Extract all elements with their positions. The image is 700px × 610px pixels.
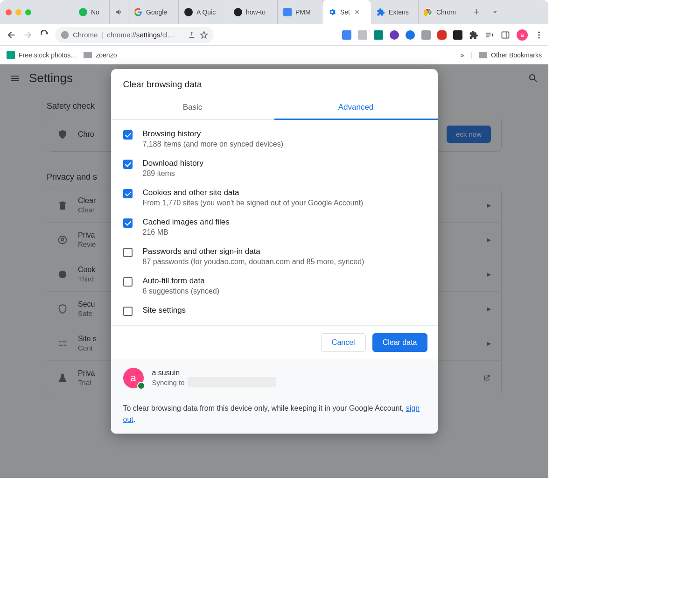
close-window-button[interactable] (6, 9, 12, 15)
tab-label: No (91, 8, 99, 16)
checkbox-title: Download history (143, 159, 203, 168)
folder-icon (479, 52, 487, 58)
settings-page: Settings Safety check Chro eck now Priva… (0, 64, 548, 478)
dark-icon (184, 8, 193, 16)
doc-icon (283, 8, 292, 16)
profile-avatar[interactable]: a (517, 29, 528, 41)
checkbox[interactable] (123, 189, 133, 198)
checkbox-row: Browsing history 7,188 items (and more o… (123, 129, 426, 148)
svg-point-2 (61, 31, 69, 39)
tab-label: Chrom (436, 8, 456, 16)
checkbox[interactable] (123, 160, 133, 169)
bookmark-zoenzo[interactable]: zoenzo (84, 51, 117, 59)
footer-text: To clear browsing data from this device … (123, 403, 426, 425)
account-name: a susuin (152, 369, 276, 377)
tab-extensions[interactable]: Extens (371, 0, 419, 24)
dialog-tabs: Basic Advanced (111, 96, 438, 120)
checkbox-row: Passwords and other sign-in data 87 pass… (123, 247, 426, 266)
ext-translate-icon[interactable] (342, 30, 351, 40)
svg-point-1 (427, 11, 429, 13)
checkbox-title: Auto-fill form data (143, 276, 220, 286)
dialog-actions: Cancel Clear data (111, 325, 438, 359)
checkbox-title: Browsing history (143, 129, 283, 139)
tab-basic[interactable]: Basic (111, 96, 274, 120)
tab-howto[interactable]: how-to (228, 0, 278, 24)
star-icon[interactable] (200, 31, 208, 39)
more-menu-icon[interactable] (534, 30, 544, 40)
browser-toolbar: Chrome | chrome://settings/cl… a (0, 24, 548, 46)
checkbox[interactable] (123, 277, 133, 287)
tab-pmm[interactable]: PMM (278, 0, 322, 24)
checkbox-subtitle: 216 MB (143, 228, 230, 237)
other-bookmarks[interactable]: Other Bookmarks (479, 51, 542, 59)
tab-aquic[interactable]: A Quic (179, 0, 228, 24)
tab-label: Google (146, 8, 167, 16)
new-tab-button[interactable]: + (467, 6, 486, 18)
reading-list-icon[interactable] (485, 30, 494, 40)
back-button[interactable] (5, 28, 18, 42)
svg-point-5 (538, 31, 539, 33)
tab-label: Extens (389, 8, 409, 16)
tab-advanced[interactable]: Advanced (274, 96, 438, 120)
minimize-window-button[interactable] (15, 9, 21, 15)
checkbox[interactable] (123, 248, 133, 257)
ext-teal-icon[interactable] (374, 30, 383, 40)
bookmark-label: zoenzo (96, 51, 117, 59)
ext-upload-icon[interactable] (358, 30, 367, 40)
traffic-lights (6, 9, 31, 15)
browser-tabs: No Google A Quic how-to PMM (73, 0, 543, 24)
tab-chrome[interactable]: Chrom (419, 0, 467, 24)
reload-button[interactable] (38, 28, 51, 42)
url-text: chrome://settings/cl… (107, 31, 174, 39)
tab-audio[interactable] (110, 0, 128, 24)
ext-blue-icon[interactable] (406, 30, 415, 40)
ext-figma-icon[interactable] (453, 30, 462, 40)
tab-label: A Quic (196, 8, 216, 16)
share-icon[interactable] (188, 31, 196, 39)
tab-settings[interactable]: Set (322, 0, 371, 24)
sound-icon (115, 8, 124, 16)
checkbox-subtitle: 87 passwords (for youdao.com, douban.com… (143, 258, 364, 266)
checkbox-subtitle: 6 suggestions (synced) (143, 287, 220, 295)
clear-data-button[interactable]: Clear data (372, 333, 427, 352)
bookmark-overflow-icon[interactable]: » (461, 51, 464, 59)
checkbox-subtitle: 289 items (143, 169, 203, 178)
checkbox[interactable] (123, 130, 133, 140)
checkbox-title: Cached images and files (143, 217, 230, 227)
spotify-icon (79, 8, 87, 16)
checkbox[interactable] (123, 307, 133, 316)
close-tab-icon[interactable] (354, 9, 360, 15)
window-titlebar: No Google A Quic how-to PMM (0, 0, 548, 24)
checkbox-row: Cookies and other site data From 1,770 s… (123, 188, 426, 207)
ext-purple-icon[interactable] (390, 30, 399, 40)
checkbox-subtitle: 7,188 items (and more on synced devices) (143, 140, 283, 148)
forward-button[interactable] (21, 28, 35, 42)
account-avatar: a (123, 368, 144, 388)
cancel-button[interactable]: Cancel (321, 333, 366, 352)
pexels-icon (7, 51, 15, 59)
extensions-puzzle-icon[interactable] (469, 30, 478, 40)
address-bar[interactable]: Chrome | chrome://settings/cl… (55, 27, 214, 43)
clear-browsing-data-dialog: Clear browsing data Basic Advanced Brows… (111, 69, 438, 434)
tabs-dropdown-button[interactable] (486, 8, 504, 16)
bookmark-pexels[interactable]: Free stock photos… (7, 51, 77, 59)
chrome-icon (424, 8, 433, 16)
checkbox-title: Passwords and other sign-in data (143, 247, 364, 256)
tab-google[interactable]: Google (128, 0, 179, 24)
checkbox[interactable] (123, 218, 133, 228)
maximize-window-button[interactable] (25, 9, 31, 15)
checkbox-subtitle: From 1,770 sites (you won't be signed ou… (143, 199, 364, 207)
checkbox-title: Site settings (143, 306, 186, 315)
tab-spotify[interactable]: No (73, 0, 110, 24)
bookmarks-bar: Free stock photos… zoenzo » | Other Book… (0, 46, 548, 64)
extension-icons: a (342, 29, 544, 41)
sidepanel-icon[interactable] (501, 30, 510, 40)
tab-label: how-to (246, 8, 266, 16)
redacted-email (188, 377, 276, 387)
checkbox-row: Download history 289 items (123, 159, 426, 178)
ext-camera-icon[interactable] (421, 30, 431, 40)
bookmark-label: Other Bookmarks (491, 51, 542, 59)
checkbox-row: Site settings (123, 306, 426, 316)
ext-red-icon[interactable] (437, 30, 447, 40)
dialog-body: Browsing history 7,188 items (and more o… (111, 120, 438, 325)
